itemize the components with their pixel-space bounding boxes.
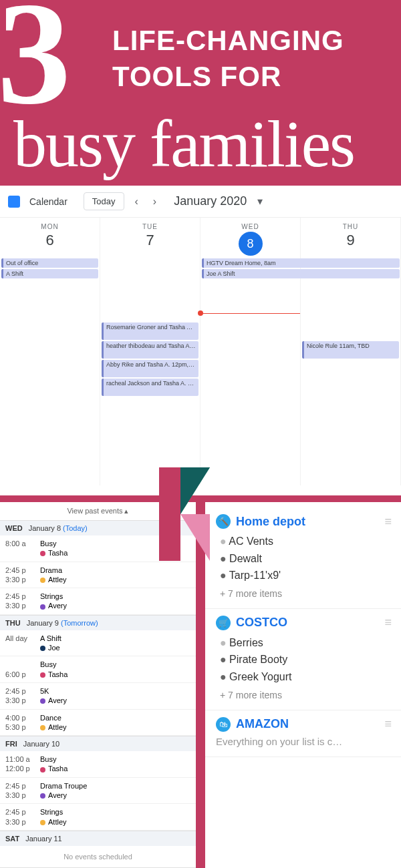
agenda-row[interactable]: 6:00 pBusyTasha: [0, 656, 196, 683]
drag-handle-icon[interactable]: ≡: [384, 717, 390, 731]
agenda-row[interactable]: 2:45 p3:30 p5KAvery: [0, 683, 196, 710]
list-name: AMAZON: [236, 717, 289, 731]
agenda-time: 2:45 p3:30 p: [5, 807, 40, 827]
k-logo-overlay: [159, 467, 239, 561]
day-number[interactable]: 6: [0, 232, 100, 249]
list-card[interactable]: 🛍AMAZON≡Everything on your list is c…: [205, 710, 401, 757]
calendar-logo-icon: [8, 196, 20, 208]
hero-line2: TOOLS FOR: [112, 59, 344, 95]
day-number[interactable]: 9: [301, 232, 400, 249]
today-button[interactable]: Today: [84, 192, 124, 210]
agenda-event: StringsAvery: [40, 592, 190, 611]
list-items: BerriesPirate BootyGreek Yogurt: [220, 634, 390, 686]
agenda-row[interactable]: 2:45 p3:30 pDramaAttley: [0, 562, 196, 589]
drag-handle-icon[interactable]: ≡: [384, 515, 390, 529]
list-item[interactable]: Greek Yogurt: [220, 668, 390, 686]
calendar-event[interactable]: Rosemarie Groner and Tasha A. 10am, http…: [102, 322, 198, 340]
agenda-time: 2:45 p3:30 p: [5, 566, 40, 585]
agenda-row[interactable]: 2:45 p3:30 pDrama TroupeAvery: [0, 778, 196, 805]
calendar-event[interactable]: Out of office: [1, 258, 98, 268]
hero-sub: busy families: [13, 105, 354, 182]
list-name: Home depot: [236, 515, 305, 529]
agenda-time: 2:45 p3:30 p: [5, 781, 40, 801]
agenda-day-header: THU January 9 (Tomorrow): [0, 615, 196, 630]
week-day-col: TUE7: [100, 218, 200, 258]
list-items: AC VentsDewaltTarp-11'x9': [220, 533, 390, 584]
calendar-title: January 2020: [174, 194, 247, 208]
calendar-event[interactable]: heather thibodeau and Tasha A. 11am, htt…: [102, 341, 198, 359]
calendar-toolbar: Calendar Today ‹ › January 2020 ▾: [0, 186, 401, 218]
next-icon[interactable]: ›: [149, 196, 160, 208]
day-number[interactable]: 8: [239, 232, 263, 256]
agenda-row[interactable]: 2:45 p3:30 pStringsAvery: [0, 588, 196, 615]
calendar-event[interactable]: Nicole Rule 11am, TBD: [302, 341, 399, 359]
dow-label: TUE: [100, 223, 200, 230]
dow-label: MON: [0, 223, 100, 230]
calendar-screenshot: Calendar Today ‹ › January 2020 ▾ MON6TU…: [0, 186, 401, 495]
agenda-time: 2:45 p3:30 p: [5, 686, 40, 706]
agenda-time: 11:00 a12:00 p: [5, 754, 40, 774]
hero-line1: LIFE-CHANGING: [112, 23, 344, 59]
calendar-event[interactable]: A Shift: [1, 269, 98, 278]
agenda-row[interactable]: 2:45 p3:30 pStringsAttley: [0, 804, 196, 831]
day-number[interactable]: 7: [100, 232, 200, 249]
list-item[interactable]: AC Vents: [220, 533, 390, 550]
week-day-col: THU9: [301, 218, 401, 258]
agenda-row[interactable]: All dayA ShiftJoe: [0, 630, 196, 657]
agenda-row[interactable]: 4:00 p5:30 pDanceAttley: [0, 710, 196, 736]
week-body-col: Rosemarie Groner and Tasha A. 10am, http…: [100, 258, 200, 485]
agenda-event: BusyTasha: [40, 660, 190, 679]
drag-handle-icon[interactable]: ≡: [384, 616, 390, 630]
list-item[interactable]: Tarp-11'x9': [220, 567, 390, 584]
agenda-time: All day: [5, 634, 40, 653]
prev-icon[interactable]: ‹: [131, 196, 142, 208]
empty-message: Everything on your list is c…: [216, 736, 390, 747]
list-icon: 🛒: [216, 616, 231, 630]
agenda-event: BusyTasha: [40, 754, 190, 774]
calendar-event[interactable]: Abby Rike and Tasha A. 12pm, https://zoo…: [102, 360, 198, 377]
more-items[interactable]: + 7 more items: [220, 588, 390, 599]
list-item[interactable]: Berries: [220, 634, 390, 652]
agenda-time: 4:00 p5:30 p: [5, 713, 40, 732]
week-day-col: MON6: [0, 218, 100, 258]
agenda-event: DramaAttley: [40, 566, 190, 585]
more-items[interactable]: + 7 more items: [220, 690, 390, 700]
calendar-app-label: Calendar: [29, 196, 68, 207]
list-item[interactable]: Dewalt: [220, 550, 390, 568]
hero-banner: 3 LIFE-CHANGING TOOLS FOR busy families: [0, 0, 401, 186]
list-item[interactable]: Pirate Booty: [220, 651, 390, 668]
week-header: MON6TUE7WED8THU9: [0, 218, 401, 258]
agenda-event: A ShiftJoe: [40, 634, 190, 653]
agenda-day-header: SAT January 11: [0, 831, 196, 846]
week-day-col: WED8: [200, 218, 301, 258]
dow-label: THU: [301, 223, 400, 230]
agenda-event: 5KAvery: [40, 686, 190, 706]
agenda-row[interactable]: 11:00 a12:00 pBusyTasha: [0, 751, 196, 778]
agenda-time: 2:45 p3:30 p: [5, 592, 40, 611]
agenda-event: DanceAttley: [40, 713, 190, 732]
list-card[interactable]: 🛒COSTCO≡BerriesPirate BootyGreek Yogurt+…: [205, 609, 401, 710]
agenda-time: 6:00 p: [5, 660, 40, 679]
dropdown-icon[interactable]: ▾: [253, 195, 267, 208]
week-body: Out of officeA ShiftRosemarie Groner and…: [0, 258, 401, 485]
no-events: No events scheduled: [0, 846, 196, 867]
agenda-event: StringsAttley: [40, 807, 190, 827]
calendar-event[interactable]: racheal Jackson and Tasha A. 1pm, https:…: [102, 379, 198, 396]
week-body-col: Nicole Rule 11am, TBD: [301, 258, 401, 485]
week-body-col: HGTV Dream Home, 8amJoe A Shift: [200, 258, 301, 485]
week-body-col: Out of officeA Shift: [0, 258, 100, 485]
list-icon: 🛍: [216, 717, 231, 732]
agenda-time: 8:00 a: [5, 539, 40, 558]
agenda-day-header: FRI January 10: [0, 736, 196, 751]
agenda-event: Drama TroupeAvery: [40, 781, 190, 801]
list-name: COSTCO: [236, 616, 287, 630]
dow-label: WED: [200, 223, 300, 230]
